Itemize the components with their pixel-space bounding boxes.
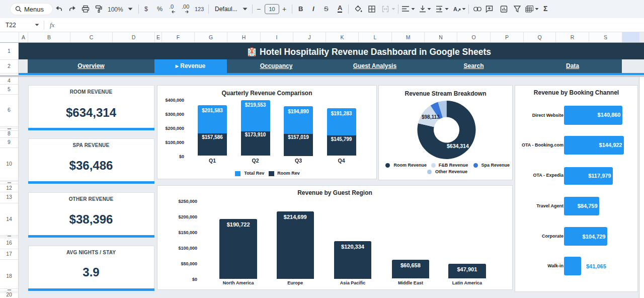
svg-text:A: A: [453, 6, 457, 12]
